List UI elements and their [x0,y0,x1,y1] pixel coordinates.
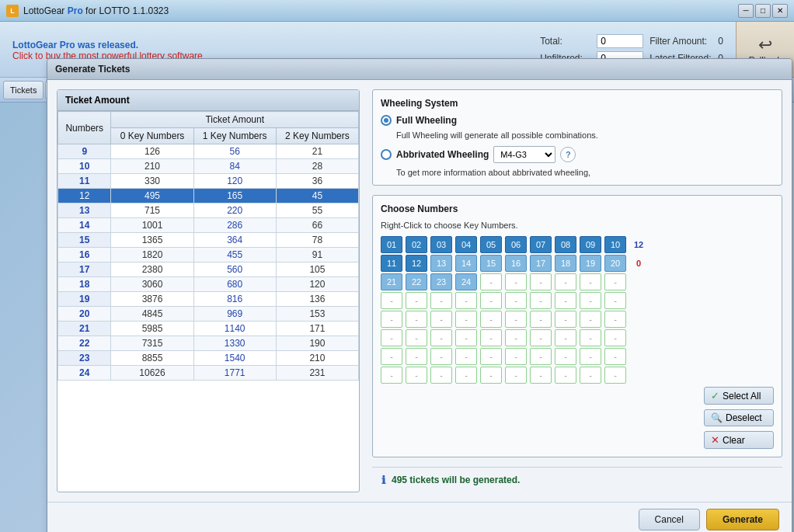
num-cell[interactable]: - [455,311,477,328]
num-cell[interactable]: - [480,367,502,384]
full-wheeling-radio[interactable] [381,115,392,126]
num-cell[interactable]: - [555,311,576,328]
minimize-button[interactable]: ─ [738,4,754,18]
table-row[interactable]: 18 3060 680 120 [58,277,359,292]
num-cell[interactable]: - [455,367,477,384]
num-cell[interactable]: - [455,292,477,309]
num-cell[interactable]: - [430,367,452,384]
abbr-wheeling-dropdown[interactable]: M4-G3 [493,146,555,163]
close-button[interactable]: ✕ [772,4,788,18]
num-cell[interactable]: - [580,348,601,365]
num-cell[interactable]: - [604,292,626,309]
num-cell[interactable]: - [580,273,601,290]
num-cell[interactable]: - [530,367,552,384]
num-cell[interactable]: - [555,367,576,384]
table-row[interactable]: 22 7315 1330 190 [58,336,359,351]
num-cell[interactable]: - [604,311,626,328]
num-cell[interactable]: - [505,348,527,365]
num-cell[interactable]: 02 [406,236,427,253]
num-cell[interactable]: - [430,329,452,346]
num-cell[interactable]: - [580,292,601,309]
table-row[interactable]: 14 1001 286 66 [58,218,359,233]
num-cell[interactable]: - [505,329,527,346]
table-row[interactable]: 24 10626 1771 231 [58,366,359,381]
full-wheeling-row[interactable]: Full Wheeling [381,115,774,126]
num-cell[interactable]: - [505,273,527,290]
num-cell[interactable]: - [604,329,626,346]
num-cell[interactable]: 23 [430,273,452,290]
num-cell[interactable]: 11 [381,255,402,272]
toolbar-tickets[interactable]: Tickets [3,81,44,99]
num-cell[interactable]: 03 [430,236,452,253]
num-cell[interactable]: 24 [455,273,477,290]
table-row[interactable]: 17 2380 560 105 [58,263,359,277]
abbr-wheeling-row[interactable]: Abbrivated Wheeling M4-G3 ? [381,146,774,163]
cancel-button[interactable]: Cancel [639,509,700,530]
num-cell[interactable]: - [604,348,626,365]
clear-button[interactable]: ✕ Clear [704,431,774,449]
table-row[interactable]: 11 330 120 36 [58,174,359,189]
num-cell[interactable]: - [604,273,626,290]
num-cell[interactable]: - [430,292,452,309]
num-cell[interactable]: - [530,311,552,328]
num-cell[interactable]: - [381,348,402,365]
num-cell[interactable]: - [480,273,502,290]
num-cell[interactable]: - [381,367,402,384]
table-row[interactable]: 10 210 84 28 [58,159,359,174]
num-cell[interactable]: 14 [455,255,477,272]
abbr-info-button[interactable]: ? [560,147,576,162]
table-row[interactable]: 12 495 165 45 [58,189,359,203]
num-cell[interactable]: - [430,311,452,328]
table-row[interactable]: 15 1365 364 78 [58,233,359,248]
num-cell[interactable]: - [455,348,477,365]
num-cell[interactable]: 15 [480,255,502,272]
num-cell[interactable]: - [406,367,427,384]
num-cell[interactable]: 20 [604,255,626,272]
table-row[interactable]: 13 715 220 55 [58,203,359,218]
num-cell[interactable]: - [580,367,601,384]
num-cell[interactable]: - [430,348,452,365]
num-cell[interactable]: - [555,329,576,346]
num-cell[interactable]: - [381,311,402,328]
num-cell[interactable]: - [505,311,527,328]
num-cell[interactable]: - [381,292,402,309]
num-cell[interactable]: - [406,311,427,328]
num-cell[interactable]: - [530,292,552,309]
num-cell[interactable]: - [530,273,552,290]
num-cell[interactable]: 18 [555,255,576,272]
num-cell[interactable]: 22 [406,273,427,290]
table-row[interactable]: 23 8855 1540 210 [58,351,359,366]
num-cell[interactable]: - [505,292,527,309]
num-cell[interactable]: 12 [406,255,427,272]
num-cell[interactable]: 06 [505,236,527,253]
num-cell[interactable]: - [580,329,601,346]
table-row[interactable]: 20 4845 969 153 [58,307,359,322]
num-cell[interactable]: 17 [530,255,552,272]
num-cell[interactable]: - [480,292,502,309]
num-cell[interactable]: - [480,311,502,328]
num-cell[interactable]: - [555,292,576,309]
num-cell[interactable]: 08 [555,236,576,253]
num-cell[interactable]: - [480,329,502,346]
num-cell[interactable]: 21 [381,273,402,290]
num-cell[interactable]: - [406,348,427,365]
num-cell[interactable]: - [480,348,502,365]
num-cell[interactable]: - [406,329,427,346]
num-cell[interactable]: 01 [381,236,402,253]
num-cell[interactable]: - [530,329,552,346]
table-row[interactable]: 19 3876 816 136 [58,292,359,307]
num-cell[interactable]: 10 [604,236,626,253]
num-cell[interactable]: 16 [505,255,527,272]
num-cell[interactable]: - [505,367,527,384]
num-cell[interactable]: - [580,311,601,328]
num-cell[interactable]: 05 [480,236,502,253]
num-cell[interactable]: - [455,329,477,346]
num-cell[interactable]: 09 [580,236,601,253]
table-row[interactable]: 9 126 56 21 [58,144,359,159]
deselect-button[interactable]: 🔍 Deselect [704,409,774,426]
maximize-button[interactable]: □ [755,4,771,18]
num-cell[interactable]: - [381,329,402,346]
num-cell[interactable]: - [555,348,576,365]
generate-button[interactable]: Generate [706,509,779,530]
num-cell[interactable]: - [406,292,427,309]
